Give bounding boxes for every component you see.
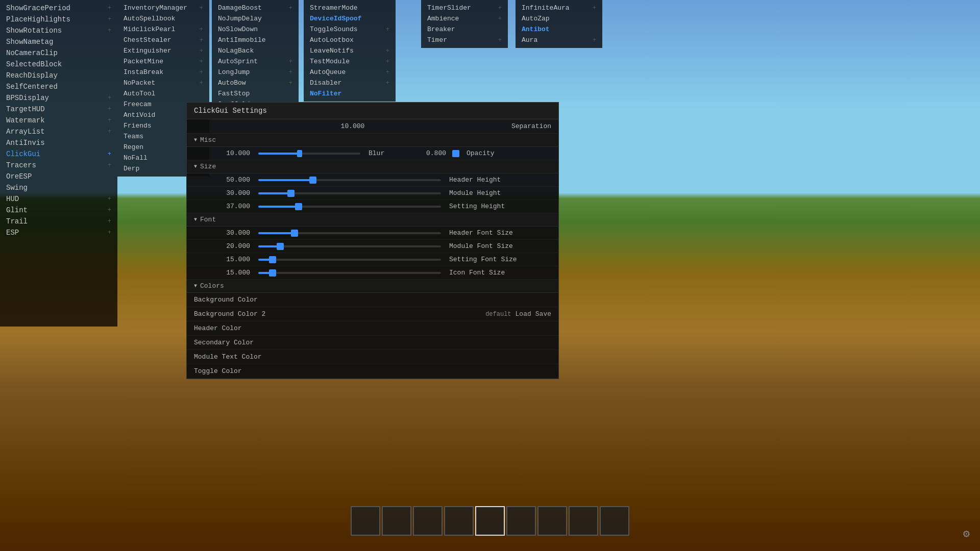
sidebar-plus: +	[108, 195, 111, 203]
col3-faststop[interactable]: FastStop	[212, 88, 299, 99]
hotbar-slot-2[interactable]	[382, 506, 411, 536]
col3-nojumpdelay[interactable]: NoJumpDelay	[212, 13, 299, 24]
col4-nofilter[interactable]: NoFilter	[304, 88, 396, 99]
font-section-header[interactable]: ▼ Font	[187, 213, 558, 227]
sidebar-label: HUD	[6, 195, 19, 203]
icon-font-size-label: Icon Font Size	[449, 269, 551, 277]
colors-label: Colors	[200, 282, 224, 290]
col4-autolootbox[interactable]: AutoLootbox	[304, 35, 396, 45]
setting-font-size-value: 15.000	[194, 256, 255, 263]
col3-autosprint[interactable]: AutoSprint+	[212, 56, 299, 67]
sidebar-plus: +	[108, 162, 111, 169]
sidebar-item-reachdisplay[interactable]: ReachDisplay	[0, 70, 117, 81]
colors-section-header[interactable]: ▼ Colors	[187, 280, 558, 293]
sidebar-item-nocameraclip[interactable]: NoCameraClip	[0, 47, 117, 59]
header-font-size-thumb	[291, 230, 298, 237]
col4-leavenotifs[interactable]: LeaveNotifs+	[304, 45, 396, 56]
sidebar-item-hud[interactable]: HUD +	[0, 193, 117, 205]
header-font-size-label: Header Font Size	[449, 229, 551, 237]
sidebar-item-targethud[interactable]: TargetHUD +	[0, 104, 117, 115]
sidebar-label: ESP	[6, 229, 19, 237]
col2-cheststealer[interactable]: ChestStealer+	[117, 35, 209, 45]
header-font-size-slider[interactable]	[258, 232, 441, 234]
module-font-size-slider[interactable]	[258, 245, 441, 247]
hotbar-slot-4[interactable]	[444, 506, 474, 536]
secondary-color-label: Secondary Color	[194, 339, 254, 346]
blur-opacity-value: 0.800	[409, 149, 450, 157]
sidebar-item-selfcentered[interactable]: SelfCentered	[0, 81, 117, 92]
col5-timerslider[interactable]: TimerSlider+	[421, 3, 508, 13]
col2-instabreak[interactable]: InstaBreak+	[117, 67, 209, 78]
hotbar-slot-9[interactable]	[600, 506, 629, 536]
load-button[interactable]: Load	[516, 310, 531, 318]
sidebar-item-clickgui[interactable]: ClickGui +	[0, 148, 117, 160]
size-section-header[interactable]: ▼ Size	[187, 160, 558, 173]
sidebar-item-watermark[interactable]: Watermark +	[0, 115, 117, 126]
sidebar-item-antiinvis[interactable]: AntiInvis	[0, 137, 117, 148]
col4-deviceidspoof[interactable]: DeviceIdSpoof	[304, 13, 396, 24]
col5-breaker[interactable]: Breaker	[421, 24, 508, 35]
module-height-slider[interactable]	[258, 192, 441, 194]
sidebar-item-trail[interactable]: Trail +	[0, 216, 117, 227]
sidebar-item-esp[interactable]: ESP +	[0, 227, 117, 238]
col2-autotool[interactable]: AutoTool	[117, 88, 209, 99]
sidebar-item-bpsdisplay[interactable]: BPSDisplay +	[0, 92, 117, 104]
hotbar-slot-3[interactable]	[413, 506, 443, 536]
col3-damageboost[interactable]: DamageBoost+	[212, 3, 299, 13]
sidebar-label: NoCameraClip	[6, 49, 58, 57]
header-height-slider[interactable]	[258, 179, 441, 181]
hotbar-slot-7[interactable]	[537, 506, 567, 536]
gear-icon[interactable]: ⚙	[963, 527, 970, 541]
col3-antiimmobile[interactable]: AntiImmobile	[212, 35, 299, 45]
col3-autobow[interactable]: AutoBow+	[212, 78, 299, 88]
save-button[interactable]: Save	[535, 310, 551, 318]
sidebar-item-arraylist[interactable]: ArrayList +	[0, 126, 117, 137]
sidebar-label: Tracers	[6, 161, 36, 169]
sidebar-item-showrotations[interactable]: ShowRotations +	[0, 25, 117, 36]
col5-ambience[interactable]: Ambience+	[421, 13, 508, 24]
col2-extinguisher[interactable]: Extinguisher+	[117, 45, 209, 56]
hotbar-slot-1[interactable]	[351, 506, 380, 536]
sidebar-label: OreESP	[6, 172, 32, 181]
col6-autozap[interactable]: AutoZap	[516, 13, 602, 24]
icon-font-size-thumb	[269, 269, 276, 277]
header-height-thumb	[309, 177, 316, 184]
col2-autospellbook[interactable]: AutoSpellbook	[117, 13, 209, 24]
col2-packetmine[interactable]: PacketMine+	[117, 56, 209, 67]
col4-togglesounds[interactable]: ToggleSounds+	[304, 24, 396, 35]
sidebar-item-showgraceperiod[interactable]: ShowGracePeriod +	[0, 3, 117, 14]
sidebar-item-selectedblock[interactable]: SelectedBlock	[0, 59, 117, 70]
sidebar-item-glint[interactable]: Glint +	[0, 205, 117, 216]
setting-height-slider[interactable]	[258, 206, 441, 208]
col2-midclickpearl[interactable]: MidclickPearl+	[117, 24, 209, 35]
col3-longjump[interactable]: LongJump+	[212, 67, 299, 78]
hotbar-slot-8[interactable]	[569, 506, 598, 536]
sidebar-item-placehighlights[interactable]: PlaceHighlights +	[0, 14, 117, 25]
col3-noslowdown[interactable]: NoSlowDown	[212, 24, 299, 35]
col4-autoqueue[interactable]: AutoQueue+	[304, 67, 396, 78]
sidebar-plus: +	[108, 27, 111, 34]
col3-nolagback[interactable]: NoLagBack	[212, 45, 299, 56]
secondary-color-row: Secondary Color	[187, 336, 558, 350]
sidebar-item-oreesp[interactable]: OreESP	[0, 171, 117, 182]
icon-font-size-slider[interactable]	[258, 272, 441, 274]
sidebar-label: Swing	[6, 184, 28, 192]
col6-aura[interactable]: Aura+	[516, 35, 602, 45]
hotbar-slot-5[interactable]	[475, 506, 505, 536]
col4-streamermode[interactable]: StreamerMode	[304, 3, 396, 13]
blur-slider-track[interactable]	[258, 153, 360, 155]
sidebar-item-shownametag[interactable]: ShowNametag	[0, 36, 117, 47]
sidebar-item-swing[interactable]: Swing	[0, 182, 117, 193]
misc-section-header[interactable]: ▼ Misc	[187, 134, 558, 147]
col6-antibot[interactable]: Antibot	[516, 24, 602, 35]
col2-nopacket[interactable]: NoPacket+	[117, 78, 209, 88]
sidebar-item-tracers[interactable]: Tracers +	[0, 160, 117, 171]
col6-infiniteaura[interactable]: InfiniteAura+	[516, 3, 602, 13]
col5-timer[interactable]: Timer+	[421, 35, 508, 45]
col4-disabler[interactable]: Disabler+	[304, 78, 396, 88]
setting-font-size-slider[interactable]	[258, 259, 441, 261]
col4-testmodule[interactable]: TestModule+	[304, 56, 396, 67]
hotbar-slot-6[interactable]	[506, 506, 536, 536]
module-height-value: 30.000	[194, 189, 255, 197]
col2-inventorymanager[interactable]: InventoryManager+	[117, 3, 209, 13]
